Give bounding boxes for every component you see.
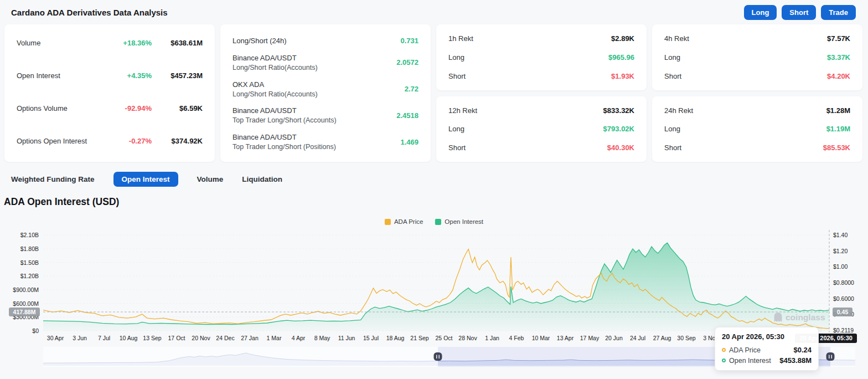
rekt-total: $7.57K	[827, 34, 850, 43]
y-right-tick: $0.6000	[833, 295, 854, 302]
stat-row-options-open-interest: Options Open Interest -0.27% $374.92K	[17, 137, 203, 145]
y-left-tick: $1.80B	[0, 245, 39, 252]
ratio-title: Binance ADA/USDT	[232, 54, 396, 62]
x-axis-tick: 13 Sep	[143, 335, 161, 341]
chart-tabs: Weighted Funding Rate Open Interest Volu…	[11, 171, 868, 187]
x-axis-tick: 10 Mar	[532, 335, 550, 341]
x-axis-tick: 13 Apr	[557, 335, 574, 341]
navigator-handle	[434, 352, 442, 361]
rekt-long-value: $1.19M	[826, 125, 850, 133]
rekt-title: 12h Rekt	[448, 106, 477, 115]
x-axis-tick: 7 Jul	[98, 335, 110, 341]
y-left-tick: $2.10B	[0, 232, 39, 238]
rekt-total: $833.32K	[603, 106, 634, 115]
ratio-value: 2.0572	[396, 58, 418, 66]
stat-change: -0.27%	[108, 137, 152, 145]
stat-change: +4.35%	[108, 71, 152, 80]
tooltip-row-ada-price: ADA Price $0.24	[722, 346, 812, 354]
y-right-tick: $0.2119	[833, 327, 854, 334]
y-left-tick: $900.00M	[0, 286, 39, 293]
y-right-tick: $1.40	[833, 232, 848, 238]
tooltip-row-open-interest: Open Interest $453.88M	[722, 356, 812, 365]
trade-button[interactable]: Trade	[821, 5, 856, 20]
rekt-long-value: $793.02K	[603, 125, 634, 133]
rekt-total: $2.89K	[611, 34, 634, 43]
ratio-subtitle: Top Trader Long/Short (Positions)	[232, 143, 400, 151]
stat-value: $638.61M	[152, 39, 203, 47]
rekt-title: 1h Rekt	[448, 34, 473, 43]
stat-cards-row: Volume +18.36% $638.61M Open Interest +4…	[4, 24, 862, 162]
x-axis-tick: 17 Oct	[168, 335, 185, 341]
x-axis-tick: 27 Aug	[653, 335, 671, 341]
tab-volume[interactable]: Volume	[197, 175, 224, 183]
stat-label: Volume	[17, 39, 108, 47]
x-axis-tick: 30 Sep	[677, 335, 695, 341]
stat-label: Open Interest	[17, 71, 108, 80]
rekt-card-12h: 12h Rekt$833.32K Long$793.02K Short$40.3…	[436, 96, 647, 162]
x-axis-tick: 8 May	[314, 335, 330, 341]
ratio-value: 2.72	[405, 85, 418, 93]
rekt-long-label: Long	[664, 125, 680, 133]
x-axis-tick: 20 Nov	[192, 335, 210, 341]
tab-open-interest[interactable]: Open Interest	[113, 172, 178, 187]
short-button[interactable]: Short	[782, 5, 816, 20]
tooltip-series-label: Open Interest	[729, 357, 779, 365]
x-axis-tick: 15 Jul	[363, 335, 379, 341]
ratio-subtitle: Long/Short Ratio(Accounts)	[232, 90, 405, 98]
rekt-card-4h: 4h Rekt$7.57K Long$3.37K Short$4.20K	[652, 24, 862, 90]
ada-price-swatch-icon	[385, 219, 391, 225]
y-right-tick: $1.00	[833, 263, 848, 270]
x-axis-tick: 4 Apr	[292, 335, 306, 341]
x-axis-tick: 21 Sep	[410, 335, 428, 341]
stat-value: $457.23M	[152, 71, 203, 80]
rekt-short-label: Short	[664, 72, 681, 80]
chart-legend: ADA Price Open Interest	[385, 218, 483, 225]
y-left-tick: $0	[0, 327, 39, 334]
rekt-short-label: Short	[448, 144, 466, 152]
crosshair-left-badge: 417.88M	[9, 308, 40, 316]
rekt-short-value: $4.20K	[827, 72, 850, 80]
rekt-long-label: Long	[448, 53, 464, 62]
header-buttons: Long Short Trade	[744, 5, 856, 20]
tab-liquidation[interactable]: Liquidation	[242, 175, 282, 183]
y-left-tick: $600.00M	[0, 300, 39, 307]
legend-label: Open Interest	[445, 218, 483, 225]
long-button[interactable]: Long	[744, 5, 777, 20]
y-right-tick: $1.20	[833, 248, 848, 254]
tab-weighted-funding-rate[interactable]: Weighted Funding Rate	[11, 175, 95, 183]
ada-price-dot-icon	[722, 348, 726, 352]
stat-row-volume: Volume +18.36% $638.61M	[17, 39, 203, 47]
rekt-short-label: Short	[664, 144, 681, 152]
x-axis-tick: 24 Dec	[216, 335, 234, 341]
ratio-subtitle: Top Trader Long/Short (Accounts)	[232, 116, 396, 124]
y-left-tick: $1.20B	[0, 273, 39, 279]
open-interest-swatch-icon	[435, 219, 441, 225]
legend-label: ADA Price	[394, 218, 423, 225]
rekt-long-value: $965.96	[608, 53, 634, 62]
y-left-tick: $1.50B	[0, 259, 39, 266]
x-axis-tick: 24 Jul	[630, 335, 645, 341]
page-title: Cardano ADA Derivatives Data Analysis	[11, 8, 168, 17]
ratio-title: Long/Short (24h)	[232, 37, 400, 45]
legend-item-ada-price[interactable]: ADA Price	[385, 218, 423, 225]
x-axis-tick: 18 Aug	[386, 335, 405, 341]
rekt-card-24h: 24h Rekt$1.28M Long$1.19M Short$85.53K	[652, 96, 862, 162]
x-axis-tick: 30 Apr	[47, 335, 64, 341]
long-short-ratios-card: Long/Short (24h) 0.731 Binance ADA/USDT …	[220, 24, 431, 162]
rekt-long-label: Long	[448, 125, 464, 133]
legend-item-open-interest[interactable]: Open Interest	[435, 218, 483, 225]
stat-label: Options Volume	[17, 104, 108, 112]
ratio-row: Long/Short (24h) 0.731	[232, 37, 418, 45]
tooltip-series-value: $0.24	[793, 346, 812, 354]
rekt-short-value: $40.30K	[607, 144, 634, 152]
ratio-subtitle: Long/Short Ratio(Accounts)	[232, 64, 396, 71]
stat-row-open-interest: Open Interest +4.35% $457.23M	[17, 71, 203, 80]
x-axis-tick: 17 May	[580, 335, 599, 341]
y-right-tick: $0.8000	[833, 279, 854, 286]
ratio-value: 1.469	[400, 138, 418, 146]
x-axis-tick: 20 Jun	[605, 335, 623, 341]
rekt-short-label: Short	[448, 72, 466, 80]
market-stats-card: Volume +18.36% $638.61M Open Interest +4…	[4, 24, 215, 162]
rekt-long-label: Long	[664, 53, 680, 62]
coinglass-ghost-icon	[773, 312, 783, 322]
